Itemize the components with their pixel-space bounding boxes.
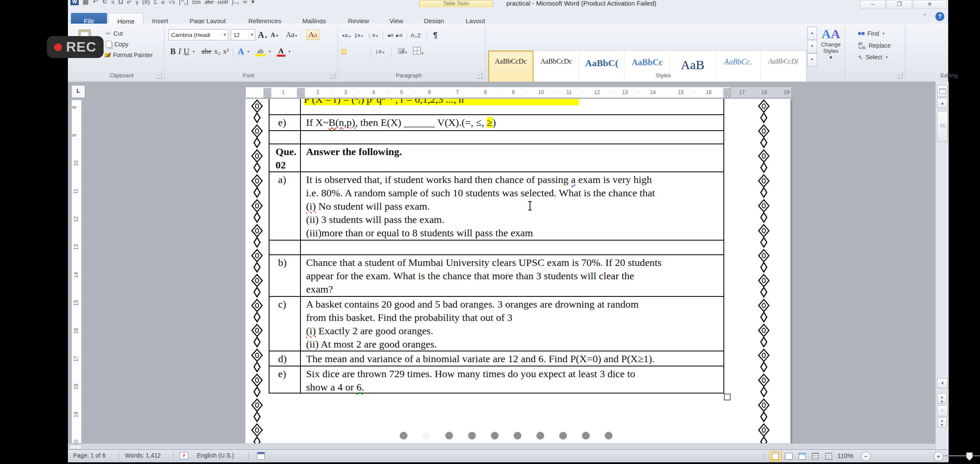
- table-row[interactable]: e)If X~B(n,p), then E(X) ______ V(X).(=,…: [270, 114, 723, 130]
- scroll-up-arrow[interactable]: ▲: [937, 98, 948, 108]
- grow-font-button[interactable]: A▲: [258, 30, 268, 40]
- font-color-button[interactable]: A: [277, 47, 285, 57]
- align-left-button[interactable]: [341, 49, 346, 54]
- question-table[interactable]: P (X = r) = (ⁿᵣ) pʳ qⁿ⁻ʳ , r = 0,1,2,3 .…: [269, 99, 724, 394]
- web-layout-view-button[interactable]: [796, 451, 808, 461]
- sigma-icon[interactable]: Σ: [153, 0, 157, 6]
- table-column-marker[interactable]: [723, 88, 731, 98]
- underline-dropdown-icon[interactable]: ▼: [192, 50, 196, 54]
- table-row[interactable]: d)The mean and variance of a binomial va…: [270, 351, 723, 366]
- table-row[interactable]: P (X = r) = (ⁿᵣ) pʳ qⁿ⁻ʳ , r = 0,1,2,3 .…: [270, 99, 723, 114]
- next-page-button[interactable]: ▼▼: [937, 417, 947, 427]
- status-grid-icon[interactable]: [257, 452, 265, 460]
- horizontal-scroll-thumb[interactable]: ·: [70, 445, 82, 449]
- view-ruler-toggle[interactable]: [937, 85, 948, 97]
- find-button[interactable]: Find▼: [858, 30, 885, 37]
- font-color-dropdown-icon[interactable]: ▼: [288, 50, 291, 54]
- styles-scroll-down-icon[interactable]: ▼: [807, 40, 817, 53]
- multilevel-list-button[interactable]: ⋮≡▼: [367, 32, 379, 39]
- italic-button[interactable]: I: [178, 47, 181, 56]
- superscript-button[interactable]: x²: [223, 47, 229, 56]
- omega-icon[interactable]: Ω: [118, 0, 123, 6]
- select-browse-object-button[interactable]: ○: [937, 405, 948, 416]
- scroll-thumb[interactable]: [937, 111, 948, 142]
- save-icon[interactable]: ▦: [83, 0, 89, 6]
- font-dialog-launcher[interactable]: ⌐: [329, 73, 335, 79]
- justify-button[interactable]: [363, 49, 367, 54]
- align-center-button[interactable]: [349, 49, 353, 54]
- table-row[interactable]: Que.02Answer the following.: [270, 143, 723, 171]
- integral-icon[interactable]: ∫₋ₓ: [232, 0, 239, 6]
- horizontal-ruler[interactable]: 1·2·3·4·5·6·7·8·9·10·11·12·13·14·15·16·1…: [245, 87, 791, 98]
- outline-view-button[interactable]: [809, 451, 821, 461]
- copy-button[interactable]: Copy: [106, 41, 129, 48]
- styles-dialog-launcher[interactable]: ⌐: [897, 73, 903, 79]
- clipboard-dialog-launcher[interactable]: ⌐: [156, 73, 162, 79]
- chevron-down-icon[interactable]: ▼: [221, 33, 228, 37]
- shading-button[interactable]: ▼: [398, 48, 408, 55]
- strikethrough-button[interactable]: abe: [202, 47, 212, 56]
- zoom-slider-track[interactable]: [943, 455, 980, 456]
- table-row[interactable]: a)It is observed that, if student works …: [270, 171, 723, 240]
- table-resize-handle[interactable]: [724, 394, 731, 400]
- draft-view-button[interactable]: [823, 451, 835, 461]
- table-column-marker[interactable]: [297, 88, 305, 98]
- styles-more-icon[interactable]: ▼: [807, 53, 817, 67]
- replace-button[interactable]: ab↳ac Replace: [858, 42, 891, 49]
- sqrt-x-icon[interactable]: √x: [168, 0, 175, 6]
- horizontal-scrollbar[interactable]: ·: [68, 443, 935, 450]
- theta-paren-icon[interactable]: (θ): [142, 0, 150, 6]
- clear-formatting-button[interactable]: Aa: [306, 30, 319, 40]
- table-row[interactable]: c)A basket contains 20 good and 5 bad or…: [270, 296, 723, 351]
- table-column-marker[interactable]: [263, 88, 271, 98]
- previous-page-button[interactable]: ▲▲: [937, 393, 947, 403]
- language-status[interactable]: English (U.S.): [197, 452, 234, 459]
- text-effects-dropdown-icon[interactable]: ▼: [247, 50, 250, 54]
- change-styles-button[interactable]: AA Change Styles▾: [817, 27, 845, 68]
- word-count-status[interactable]: Words: 1,412: [125, 452, 161, 459]
- limit-icon[interactable]: lim: [192, 0, 201, 6]
- scroll-down-arrow[interactable]: ▼: [937, 378, 948, 388]
- full-screen-reading-view-button[interactable]: [783, 451, 795, 461]
- select-button[interactable]: ⇖ Select▼: [858, 54, 888, 61]
- borders-button[interactable]: ▼: [413, 47, 424, 56]
- align-right-button[interactable]: [356, 49, 360, 54]
- table-row[interactable]: b)Chance that a student of Mumbai Univer…: [270, 254, 723, 296]
- line-spacing-button[interactable]: ↕≡▼: [375, 48, 385, 55]
- styles-scroll-up-icon[interactable]: ▲: [807, 27, 817, 40]
- alpha-icon[interactable]: α: [161, 0, 165, 6]
- table-row[interactable]: [270, 130, 723, 143]
- format-painter-button[interactable]: Format Painter: [104, 52, 153, 58]
- zoom-level[interactable]: 110%: [837, 452, 853, 459]
- font-size-combo[interactable]: 12▼: [231, 29, 255, 40]
- table-row[interactable]: [270, 240, 723, 254]
- bullets-button[interactable]: •≡▼: [342, 32, 352, 39]
- decrease-indent-button[interactable]: ◂≡: [387, 32, 393, 39]
- print-layout-view-button[interactable]: [769, 451, 781, 461]
- sin-theta-icon[interactable]: sinθ: [217, 0, 228, 6]
- cut-button[interactable]: ✂ Cut: [106, 30, 123, 37]
- gamma-icon[interactable]: γ: [135, 0, 138, 6]
- shrink-font-button[interactable]: A▼: [270, 31, 279, 39]
- text-effects-button[interactable]: A: [238, 47, 244, 57]
- proofing-errors-icon[interactable]: ✗: [180, 452, 188, 459]
- strike-abc-icon[interactable]: a̶b̶c̶: [205, 0, 214, 6]
- highlight-color-button[interactable]: ab: [255, 47, 266, 56]
- word-logo-icon[interactable]: W: [70, 0, 79, 5]
- numbering-button[interactable]: 1≡▼: [354, 32, 364, 39]
- show-hide-pilcrow-button[interactable]: ¶: [433, 31, 438, 40]
- undo-icon[interactable]: ↶: [93, 0, 98, 6]
- zoom-out-button[interactable]: −: [861, 452, 871, 461]
- page-count-status[interactable]: Page: 1 of 6: [73, 452, 106, 459]
- vertical-ruler[interactable]: 891011121314151617181920: [71, 100, 82, 443]
- highlight-dropdown-icon[interactable]: ▼: [268, 50, 272, 54]
- e-power-icon[interactable]: eˣ: [127, 0, 132, 6]
- change-case-button[interactable]: Aa▼: [286, 31, 298, 39]
- table-row[interactable]: e)Six dice are thrown 729 times. How man…: [270, 366, 723, 393]
- pi-icon[interactable]: π: [111, 0, 115, 6]
- paragraph-dialog-launcher[interactable]: ⌐: [476, 73, 482, 79]
- tab-stop-selector[interactable]: L: [71, 85, 85, 98]
- subscript-button[interactable]: x₂: [214, 47, 220, 56]
- bold-button[interactable]: B: [170, 47, 176, 56]
- infinity-icon[interactable]: ∞: [243, 0, 248, 6]
